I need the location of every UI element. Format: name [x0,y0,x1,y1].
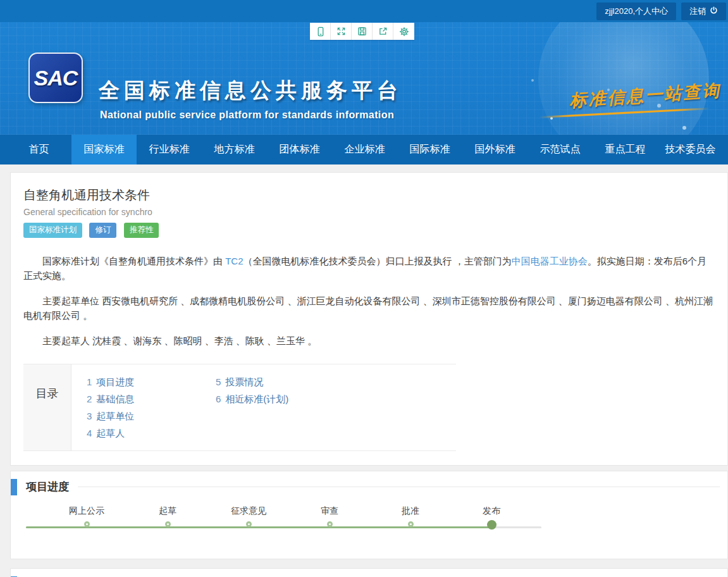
user-center-button[interactable]: zjjl2020,个人中心 [596,3,676,20]
standard-title-en: General specification for synchro [23,207,715,217]
logout-label: 注销 [689,6,706,17]
stage-dot [165,521,171,527]
stage-dot [408,521,414,527]
toc-item: 1项目进度 [87,373,216,390]
sac-logo-text: SAC [34,66,78,90]
tag-national-standard-plan: 国家标准计划 [23,223,82,238]
nav-item-group-standards[interactable]: 团体标准 [267,135,332,164]
settings-icon[interactable] [393,23,414,40]
nav-item-industry-standards[interactable]: 行业标准 [137,135,202,164]
nav-item-demonstration-pilot[interactable]: 示范试点 [527,135,593,164]
toc-link-basic-info[interactable]: 基础信息 [96,394,134,404]
nav-item-local-standards[interactable]: 地方标准 [202,135,267,164]
site-banner: SAC 全国标准信息公共服务平台 National public service… [0,22,728,135]
user-center-label: zjjl2020,个人中心 [605,6,668,17]
table-of-contents: 目录 1项目进度 2基础信息 3起草单位 4起草人 5投票情况 6相近标准(计划… [23,364,456,451]
nav-item-key-projects[interactable]: 重点工程 [593,135,658,164]
site-subtitle: National public service platform for sta… [100,109,394,121]
nav-item-home[interactable]: 首页 [6,135,71,164]
topbar: zjjl2020,个人中心 注销 [0,0,728,22]
standard-title: 自整角机通用技术条件 [23,187,715,204]
nav-item-technical-committee[interactable]: 技术委员会 [658,135,723,164]
section-header-rule [78,487,720,487]
share-icon[interactable] [373,23,393,40]
quick-toolbar [310,23,414,40]
toc-label: 目录 [23,364,71,450]
toc-item: 2基础信息 [87,390,216,407]
progress-section-title: 项目进度 [26,480,69,494]
tc2-link[interactable]: TC2 [225,256,243,266]
globe-graphic [538,22,709,135]
main-nav: 首页 国家标准 行业标准 地方标准 团体标准 企业标准 国际标准 国外标准 示范… [0,135,728,164]
paragraph-governance: 国家标准计划《自整角机通用技术条件》由 TC2（全国微电机标准化技术委员会）归口… [23,254,715,283]
nav-item-foreign-standards[interactable]: 国外标准 [462,135,527,164]
standard-intro-card: 自整角机通用技术条件 General specification for syn… [10,172,728,466]
stage-soliciting-opinions: 征求意见 [218,506,279,527]
standard-description: 国家标准计划《自整角机通用技术条件》由 TC2（全国微电机标准化技术委员会）归口… [23,254,715,349]
sac-logo[interactable]: SAC [28,53,83,103]
logout-button[interactable]: 注销 [681,3,726,20]
power-icon [710,6,718,16]
toc-link-similar-standards[interactable]: 相近标准(计划) [225,394,288,404]
authority-link[interactable]: 中国电器工业协会 [512,256,588,266]
fullscreen-icon[interactable] [331,23,352,40]
stage-dot-done [487,520,497,530]
toc-link-drafters[interactable]: 起草人 [96,428,125,438]
progress-section-header: 项目进度 [11,479,727,495]
toc-item: 5投票情况 [216,373,288,390]
paragraph-drafting-units: 主要起草单位 西安微电机研究所 、成都微精电机股份公司 、浙江巨龙自动化设备有限… [23,294,715,323]
toc-item: 6相近标准(计划) [216,390,288,407]
stage-approval: 批准 [380,506,441,527]
paragraph-drafters: 主要起草人 沈桂霞 、谢海东 、陈昭明 、李浩 、陈耿 、兰玉华 。 [23,334,715,349]
section-accent-bar [11,479,17,495]
toc-column-1: 1项目进度 2基础信息 3起草单位 4起草人 [87,373,216,442]
save-icon[interactable] [352,23,373,40]
page-content: 自整角机通用技术条件 General specification for syn… [0,164,728,577]
toc-link-drafting-units[interactable]: 起草单位 [96,411,134,421]
toc-item: 3起草单位 [87,407,216,425]
toc-item: 4起草人 [87,425,216,442]
tag-recommended: 推荐性 [124,223,159,238]
stage-dot [327,521,333,527]
stage-dot [84,521,90,527]
tag-revision: 修订 [89,223,116,238]
progress-section: 项目进度 网上公示 起草 征求意见 审查 批准 发布 [10,471,728,559]
toc-link-voting[interactable]: 投票情况 [225,376,263,387]
progress-timeline: 网上公示 起草 征求意见 审查 批准 发布 [26,506,541,542]
stage-review: 审查 [299,506,360,527]
nav-item-enterprise-standards[interactable]: 企业标准 [332,135,397,164]
stage-drafting: 起草 [137,506,198,527]
toc-link-progress[interactable]: 项目进度 [96,376,134,387]
basic-info-section: 基础信息 [10,568,728,577]
nav-item-national-standards[interactable]: 国家标准 [71,135,137,164]
stage-publish-current: 发布 [461,506,522,530]
nav-item-international-standards[interactable]: 国际标准 [397,135,462,164]
site-title: 全国标准信息公共服务平台 [99,77,402,105]
stage-dot [246,521,252,527]
stage-online-publicity: 网上公示 [56,506,117,527]
toc-column-2: 5投票情况 6相近标准(计划) [216,373,288,442]
tag-row: 国家标准计划 修订 推荐性 [23,223,715,238]
toc-columns: 1项目进度 2基础信息 3起草单位 4起草人 5投票情况 6相近标准(计划) [71,364,288,450]
mobile-icon[interactable] [310,23,331,40]
